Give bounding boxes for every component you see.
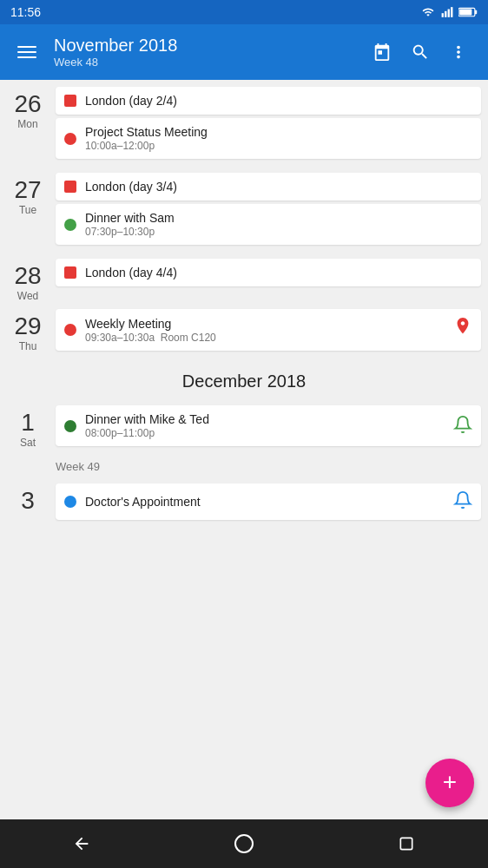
svg-rect-1 [445, 11, 446, 17]
event-room: Room C120 [161, 332, 216, 344]
more-icon [449, 43, 468, 62]
event-title: Doctor's Appointment [85, 495, 445, 509]
back-icon [72, 834, 91, 853]
event-title: Weekly Meeting [85, 317, 445, 331]
day-name-28: Wed [17, 290, 38, 302]
event-title: Dinner with Mike & Ted [85, 412, 445, 426]
event-weekly-meeting[interactable]: Weekly Meeting 09:30a–10:30a Room C120 [56, 309, 481, 351]
day-events-27: London (day 3/4) Dinner with Sam 07:30p–… [56, 173, 481, 252]
home-button[interactable] [227, 826, 261, 861]
day-name-1: Sat [20, 437, 36, 449]
event-color-dot [64, 219, 76, 231]
day-events-3: Doctor's Appointment [56, 483, 481, 527]
event-time: 07:30p–10:30p [85, 226, 472, 238]
calendar-icon [373, 43, 392, 62]
event-london-2[interactable]: London (day 2/4) [56, 87, 481, 115]
event-title: London (day 2/4) [85, 94, 472, 108]
day-section-27: 27 Tue London (day 3/4) Dinner with Sam … [0, 166, 488, 252]
battery-icon [458, 6, 478, 18]
bell-icon-container [453, 415, 472, 437]
day-events-29: Weekly Meeting 09:30a–10:30a Room C120 [56, 309, 481, 358]
day-number-28: 28 [14, 264, 41, 288]
day-number-29: 29 [14, 314, 41, 339]
day-number-27: 27 [14, 178, 41, 202]
status-bar: 11:56 [0, 0, 488, 24]
status-icons [420, 6, 478, 18]
status-time: 11:56 [10, 5, 41, 19]
recents-icon [398, 835, 415, 852]
svg-rect-5 [475, 10, 477, 15]
day-name-26: Mon [17, 118, 37, 130]
calendar-button[interactable] [366, 36, 398, 68]
event-info: London (day 3/4) [85, 180, 472, 194]
day-label-27: 27 Tue [7, 173, 49, 216]
event-title: Project Status Meeting [85, 125, 472, 139]
day-section-26: 26 Mon London (day 2/4) Project Status M… [0, 80, 488, 166]
event-color-square [64, 266, 76, 279]
header: November 2018 Week 48 [0, 24, 488, 80]
svg-point-7 [235, 835, 253, 852]
menu-button[interactable] [14, 43, 40, 62]
bell-icon-container-2 [453, 490, 472, 513]
more-button[interactable] [443, 36, 474, 68]
recents-button[interactable] [389, 826, 424, 861]
event-color-square [64, 95, 76, 107]
event-info: London (day 2/4) [85, 94, 472, 108]
day-number-3: 3 [21, 489, 35, 513]
bell-icon [453, 415, 472, 434]
search-icon [411, 43, 430, 62]
event-time: 10:00a–12:00p [85, 140, 472, 152]
search-button[interactable] [405, 36, 436, 68]
day-section-1-dec: 1 Sat Dinner with Mike & Ted 08:00p–11:0… [0, 398, 488, 453]
svg-rect-6 [459, 9, 472, 15]
day-name-29: Thu [19, 340, 37, 352]
svg-rect-3 [451, 7, 452, 17]
svg-rect-0 [442, 13, 444, 17]
event-info: Project Status Meeting 10:00a–12:00p [85, 125, 472, 152]
day-events-26: London (day 2/4) Project Status Meeting … [56, 87, 481, 166]
location-pin-icon [453, 316, 472, 340]
day-section-3-dec: 3 Doctor's Appointment [0, 477, 488, 527]
event-color-dot [64, 324, 76, 336]
event-info: Dinner with Sam 07:30p–10:30p [85, 211, 472, 238]
header-month: November 2018 [54, 36, 353, 56]
day-label-29: 29 Thu [7, 309, 49, 352]
event-color-square [64, 181, 76, 193]
day-label-28: 28 Wed [7, 259, 49, 302]
day-section-28: 28 Wed London (day 4/4) [0, 252, 488, 302]
fab-icon: + [443, 770, 457, 794]
event-london-3[interactable]: London (day 3/4) [56, 173, 481, 201]
event-title: London (day 3/4) [85, 180, 472, 194]
back-button[interactable] [64, 826, 99, 861]
day-number-26: 26 [14, 92, 41, 116]
event-dinner-sam[interactable]: Dinner with Sam 07:30p–10:30p [56, 204, 481, 245]
signal-icon [440, 6, 454, 18]
day-section-29: 29 Thu Weekly Meeting 09:30a–10:30a Room… [0, 302, 488, 358]
event-info: Weekly Meeting 09:30a–10:30a Room C120 [85, 317, 445, 344]
week-49-label: Week 49 [0, 453, 488, 477]
event-doctors-appointment[interactable]: Doctor's Appointment [56, 483, 481, 520]
event-info: Dinner with Mike & Ted 08:00p–11:00p [85, 412, 445, 439]
header-week: Week 48 [54, 56, 353, 69]
day-label-3: 3 [7, 483, 49, 515]
svg-rect-2 [448, 10, 450, 17]
day-number-1: 1 [21, 411, 35, 435]
event-title: Dinner with Sam [85, 211, 472, 225]
day-events-28: London (day 4/4) [56, 259, 481, 293]
day-label-1: 1 Sat [7, 405, 49, 449]
home-icon [234, 833, 254, 854]
fab-button[interactable]: + [425, 759, 474, 807]
header-title: November 2018 Week 48 [54, 36, 353, 69]
header-actions [366, 36, 474, 68]
event-time: 08:00p–11:00p [85, 427, 445, 439]
event-title: London (day 4/4) [85, 266, 472, 279]
event-color-dot [64, 420, 76, 432]
location-icon-container [453, 316, 472, 344]
event-project-status[interactable]: Project Status Meeting 10:00a–12:00p [56, 118, 481, 159]
event-info: Doctor's Appointment [85, 495, 445, 509]
month-separator-december: December 2018 [0, 358, 488, 398]
bottom-nav [0, 819, 488, 868]
event-dinner-mike-ted[interactable]: Dinner with Mike & Ted 08:00p–11:00p [56, 405, 481, 446]
event-time: 09:30a–10:30a Room C120 [85, 332, 445, 344]
event-london-4[interactable]: London (day 4/4) [56, 259, 481, 286]
